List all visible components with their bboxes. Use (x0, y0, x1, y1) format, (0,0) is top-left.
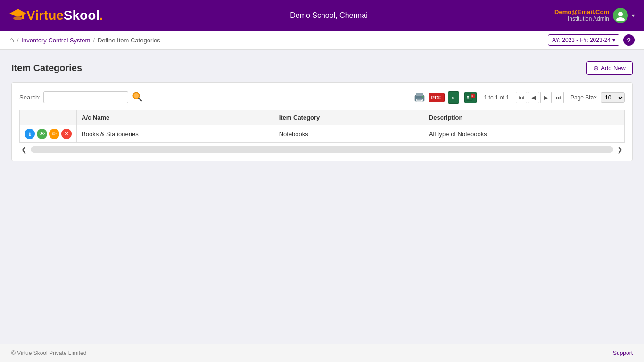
pagination-info: 1 to 1 of 1 (484, 94, 509, 101)
col-description: Description (424, 110, 624, 125)
fy-label: AY: 2023 - FY: 2023-24 (552, 37, 611, 43)
school-name: Demo School, Chennai (103, 11, 554, 20)
svg-line-7 (139, 98, 141, 101)
logo-virtue: Virtue (26, 8, 64, 23)
user-info: Demo@Email.Com Institution Admin (554, 8, 609, 22)
page-header: Item Categories ⊕ Add New (11, 61, 633, 75)
excel-csv-svg: X C (466, 93, 475, 102)
add-new-label: Add New (601, 65, 626, 72)
avatar[interactable] (613, 8, 628, 23)
svg-text:X: X (451, 96, 454, 100)
edit-button[interactable]: ✏ (49, 129, 59, 139)
next-page-button[interactable]: ▶ (540, 92, 552, 103)
table-toolbar: Search: (19, 90, 625, 104)
svg-point-6 (134, 93, 139, 98)
user-role: Institution Admin (554, 16, 609, 22)
breadcrumb: ⌂ / Inventory Control System / Define It… (9, 36, 160, 44)
search-area: Search: (19, 90, 143, 104)
search-label: Search: (19, 94, 41, 101)
logo-hat-icon (9, 8, 26, 21)
page-size-select[interactable]: 10 25 50 100 (601, 92, 625, 103)
col-ac-name: A/c Name (77, 110, 274, 125)
excel-button[interactable]: X (446, 91, 461, 104)
main-content: Item Categories ⊕ Add New Search: (0, 50, 644, 344)
row-item-category: Notebooks (274, 125, 424, 143)
logo-area: VirtueSkool. (9, 8, 103, 23)
first-page-button[interactable]: ⏮ (516, 92, 527, 103)
footer: © Virtue Skool Private Limited Support (0, 344, 644, 362)
header: VirtueSkool. Demo School, Chennai Demo@E… (0, 0, 644, 31)
pdf-icon: PDF (429, 93, 445, 102)
breadcrumb-sep-1: / (17, 37, 19, 44)
search-input[interactable] (43, 91, 128, 103)
page-size-label: Page Size: (570, 94, 598, 101)
excel-svg-icon: X (451, 93, 456, 102)
row-description: All type of Notebooks (424, 125, 624, 143)
user-email: Demo@Email.Com (554, 8, 609, 16)
pdf-button[interactable]: PDF (429, 91, 444, 104)
delete-button[interactable]: ✕ (61, 129, 72, 139)
search-button[interactable] (131, 90, 143, 104)
svg-rect-9 (416, 93, 423, 96)
svg-point-13 (422, 96, 423, 97)
table-header-row: A/c Name Item Category Description (20, 110, 625, 125)
svg-text:C: C (471, 94, 473, 98)
svg-point-2 (13, 16, 23, 20)
scroll-track[interactable] (31, 146, 613, 153)
data-table: A/c Name Item Category Description ℹ 👁 ✏… (19, 110, 625, 143)
scroll-left-arrow[interactable]: ❮ (19, 146, 29, 153)
view-button[interactable]: 👁 (37, 129, 47, 139)
svg-text:X: X (466, 95, 469, 99)
logo-skool: Skool (64, 8, 99, 23)
add-new-icon: ⊕ (594, 65, 599, 72)
user-dropdown-arrow[interactable]: ▾ (632, 12, 635, 19)
home-icon[interactable]: ⌂ (9, 36, 14, 44)
excel-csv-button[interactable]: X C (463, 91, 478, 104)
logo-text: VirtueSkool. (26, 8, 103, 23)
user-area[interactable]: Demo@Email.Com Institution Admin ▾ (554, 8, 635, 23)
scroll-area: ❮ ❯ (19, 146, 625, 153)
action-icons: ℹ 👁 ✏ ✕ (25, 129, 72, 139)
breadcrumb-inventory-link[interactable]: Inventory Control System (21, 37, 90, 44)
prev-page-button[interactable]: ◀ (528, 92, 539, 103)
last-page-button[interactable]: ⏭ (553, 92, 564, 103)
help-button[interactable]: ? (623, 34, 635, 46)
breadcrumb-current: Define Item Categories (98, 37, 160, 44)
svg-point-4 (616, 17, 625, 21)
footer-support[interactable]: Support (613, 350, 633, 356)
toolbar-right: PDF X X (413, 91, 625, 104)
add-new-button[interactable]: ⊕ Add New (586, 61, 633, 75)
row-ac-name: Books & Stationeries (77, 125, 274, 143)
table-container: Search: (11, 82, 633, 161)
logo-dot: . (99, 8, 103, 23)
col-actions (20, 110, 77, 125)
footer-copyright: © Virtue Skool Private Limited (11, 350, 86, 356)
excel-csv-icon: X C (464, 92, 477, 103)
breadcrumb-bar: ⌂ / Inventory Control System / Define It… (0, 31, 644, 50)
fy-arrow: ▾ (612, 37, 615, 43)
scroll-right-arrow[interactable]: ❯ (615, 146, 625, 153)
col-item-category: Item Category (274, 110, 424, 125)
info-button[interactable]: ℹ (25, 129, 35, 139)
fy-selector[interactable]: AY: 2023 - FY: 2023-24 ▾ ? (548, 34, 635, 46)
excel-icon: X (448, 91, 459, 104)
table-row: ℹ 👁 ✏ ✕ Books & Stationeries Notebooks A… (20, 125, 625, 143)
pagination-group: ⏮ ◀ ▶ ⏭ (516, 92, 564, 103)
user-icon (615, 10, 626, 21)
print-button[interactable] (413, 91, 427, 104)
svg-rect-11 (417, 99, 422, 100)
breadcrumb-sep-2: / (93, 37, 95, 44)
svg-point-3 (618, 12, 623, 16)
print-icon (413, 92, 426, 103)
row-actions: ℹ 👁 ✏ ✕ (20, 125, 77, 143)
search-icon (132, 91, 142, 102)
page-title: Item Categories (11, 63, 82, 74)
svg-rect-12 (417, 100, 421, 101)
svg-marker-0 (9, 9, 26, 16)
fy-dropdown[interactable]: AY: 2023 - FY: 2023-24 ▾ (548, 34, 619, 46)
